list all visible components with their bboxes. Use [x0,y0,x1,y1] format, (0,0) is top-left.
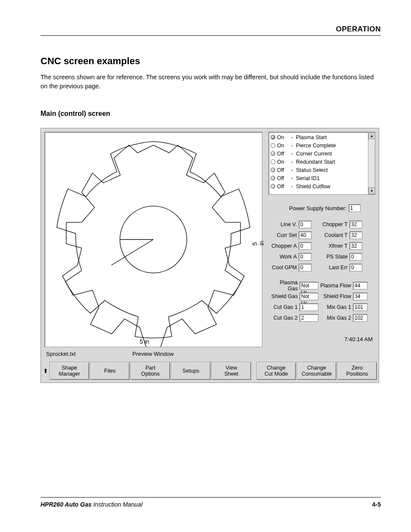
readout-label: Cut Gas 2 [268,315,299,321]
readout-label: Mix Gas 2 [318,315,353,321]
status-state: Off [277,151,288,157]
status-led-icon [271,168,275,172]
readout-value[interactable]: 32 [349,221,362,228]
bottom-button[interactable]: ShapeManager [50,362,89,380]
readout-label: Mix Gas 1 [318,304,353,310]
readouts-group-2: Plasma Gas Not Us Plasma Flow 44Shield G… [268,280,376,323]
readout-row: Cool GPM 0 Last Err 0 [268,262,376,273]
status-state: On [277,159,288,165]
x-axis-label: 5 in [140,338,149,345]
intro-paragraph: The screens shown are for reference. The… [40,73,381,91]
status-name: Shield Cutflow [296,184,330,190]
status-name: Corner Current [296,151,332,157]
readout-label: PS State [311,254,349,260]
status-name: Status Select [296,167,328,173]
status-led-icon [271,176,275,180]
power-supply-row: Power Supply Number: 1 [289,204,361,212]
readout-value[interactable]: 0 [349,253,362,261]
readout-row: Work A 0 PS State 0 [268,251,376,262]
page-up-arrow-icon[interactable]: ⬆ [43,362,49,380]
readout-value[interactable]: 0 [349,264,362,271]
preview-window-label: Preview Window [132,351,174,357]
readout-value[interactable]: 44 [353,282,367,289]
status-led-icon [271,159,275,164]
sprocket-drawing [45,132,262,347]
status-name: Serial ID1 [296,175,320,181]
bottom-button[interactable]: Setups [171,362,211,380]
status-name: Plasma Start [296,134,327,140]
status-row[interactable]: Off - Serial ID1 [270,174,374,182]
readout-value[interactable]: 2 [299,314,318,322]
status-signal-list[interactable]: On - Plasma Start On - Pierce Complete O… [268,132,375,195]
clock: 7:40:14 AM [344,336,373,342]
status-state: Off [277,184,288,190]
readout-value[interactable]: 0 [299,242,311,250]
readout-value[interactable]: 34 [353,292,367,300]
bottom-button-row: ⬆ ShapeManagerFilesPartOptionsSetupsView… [43,362,377,380]
readout-label: Work A [268,254,299,260]
status-row[interactable]: Off - Shield Cutflow [270,182,374,190]
readout-value[interactable]: 32 [349,242,362,250]
readout-label: Cut Gas 1 [268,304,299,310]
readout-label: Cool GPM [268,264,299,271]
page-title: CNC screen examples [40,56,381,67]
bottom-button[interactable]: ViewSheet [212,362,251,380]
svg-line-2 [111,240,153,265]
status-row[interactable]: Off - Corner Current [270,149,374,158]
footer-left: HPR260 Auto Gas Instruction Manual [40,501,143,508]
readout-label: Shield Flow [318,293,353,299]
bottom-button[interactable]: ZeroPositions [337,362,377,380]
preview-window: 5 in 5 in [44,132,262,347]
bottom-button[interactable]: Files [90,362,130,380]
status-state: On [277,134,288,140]
readout-label: Shield Gas [268,293,299,299]
filename-label: Sprocket.txt [46,351,76,357]
status-row[interactable]: On - Plasma Start [270,133,374,141]
status-led-icon [271,151,275,156]
readout-label: Chopper T [311,221,349,227]
status-row[interactable]: On - Pierce Complete [270,141,374,149]
readout-value[interactable]: 0 [299,253,311,261]
readout-label: Plasma Flow [318,283,353,289]
section-header: OPERATION [40,25,381,36]
readout-value[interactable]: 1 [299,303,318,311]
status-led-icon [271,184,275,189]
status-state: On [277,143,288,149]
readout-value[interactable]: 0 [299,221,311,228]
readout-value[interactable]: 102 [353,314,367,322]
bottom-button[interactable]: ChangeCut Mode [256,362,296,380]
bottom-button[interactable]: ChangeConsumable [297,362,336,380]
status-name: Redundant Start [296,159,335,165]
status-state: Off [277,175,288,181]
readout-row: Curr Set 40 Coolant T 32 [268,230,376,240]
readout-label: Curr Set [268,232,299,238]
status-row[interactable]: On - Redundant Start [270,158,374,166]
footer-page-number: 4-5 [372,501,381,508]
cnc-main-screen: 5 in 5 in Sprocket.txt Preview Window On… [40,128,379,383]
readout-row: Cut Gas 2 2 Mix Gas 2 102 [268,312,376,323]
status-row[interactable]: Off - Status Select [270,166,374,174]
status-scrollbar[interactable]: ▲ ▼ [368,132,375,194]
readout-label: Chopper A [268,243,299,249]
subheading: Main (control) screen [40,110,381,118]
readout-label: Xfmer T [311,243,349,249]
readout-row: Cut Gas 1 1 Mix Gas 1 101 [268,302,376,312]
bottom-button[interactable]: PartOptions [131,362,170,380]
readout-row: Line V. 0 Chopper T 32 [268,219,376,230]
readout-label: Coolant T [311,232,349,238]
readout-value[interactable]: 32 [349,231,362,239]
readout-row: Shield Gas Not Us Shield Flow 34 [268,291,376,302]
readout-value[interactable]: Not Us [299,292,318,300]
scroll-up-button[interactable]: ▲ [368,132,375,139]
readout-value[interactable]: 101 [353,303,367,311]
readout-value[interactable]: 40 [299,231,311,239]
readout-value[interactable]: 0 [299,264,311,271]
status-led-icon [271,135,275,140]
readouts-group-1: Line V. 0 Chopper T 32Curr Set 40 Coolan… [268,219,376,273]
readout-value[interactable]: Not Us [299,282,318,289]
readout-row: Plasma Gas Not Us Plasma Flow 44 [268,280,376,291]
scroll-down-button[interactable]: ▼ [368,187,375,194]
power-supply-label: Power Supply Number: [289,205,347,212]
power-supply-value[interactable]: 1 [349,204,361,212]
y-axis-label: 5 in [251,238,265,246]
